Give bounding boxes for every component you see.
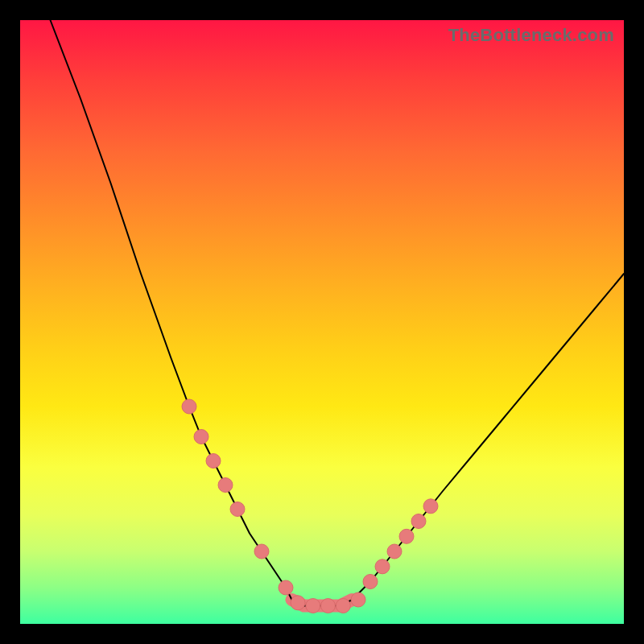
marker-dot [230, 502, 245, 517]
marker-dot [411, 514, 426, 529]
marker-dot [291, 596, 305, 610]
plot-area: TheBottleneck.com [20, 20, 624, 624]
marker-dot [321, 599, 336, 613]
marker-dot [387, 544, 402, 559]
marker-dot [279, 580, 293, 595]
marker-dots [182, 399, 438, 613]
bottleneck-curve [51, 20, 625, 606]
marker-dot [351, 592, 365, 607]
marker-dot [423, 499, 438, 514]
marker-dot [218, 478, 233, 493]
marker-dot [306, 599, 320, 613]
chart-frame: TheBottleneck.com [0, 0, 644, 644]
curve-layer [20, 20, 624, 624]
marker-dot [336, 599, 350, 613]
marker-dot [254, 544, 269, 559]
marker-dot [399, 529, 414, 543]
marker-dot [375, 559, 390, 574]
marker-dot [182, 399, 196, 414]
marker-dot [363, 575, 378, 589]
marker-dot [206, 454, 221, 469]
marker-dot [194, 430, 208, 444]
